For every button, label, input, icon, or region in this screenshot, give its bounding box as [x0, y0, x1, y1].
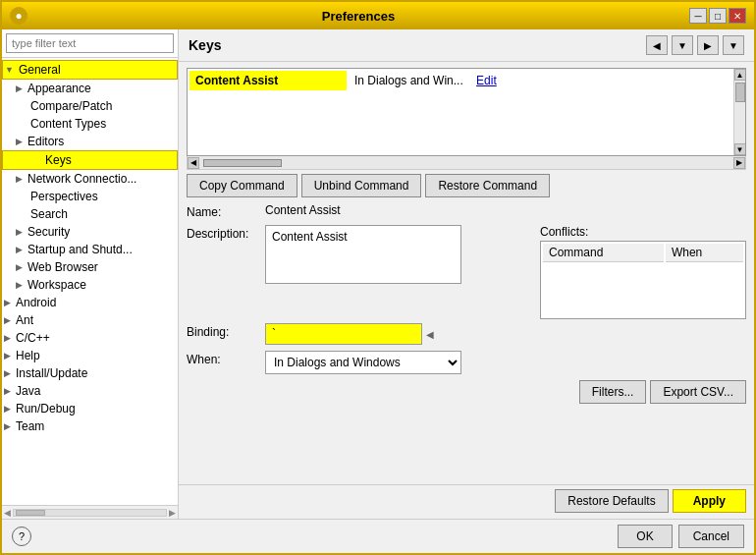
binding-input[interactable] [265, 323, 422, 345]
filter-export-row: Filters... Export CSV... [187, 380, 746, 404]
conflicts-container: Conflicts: Command When [540, 225, 746, 319]
when-cell: In Dialogs and Win... Edit [349, 71, 731, 90]
tree-item-ant[interactable]: ▶Ant [2, 311, 178, 329]
tree-item-label: Content Types [30, 117, 106, 131]
window-title: Preferences [27, 9, 689, 24]
binding-cell: Content Assist [189, 71, 347, 90]
description-label: Description: [187, 225, 265, 241]
search-input[interactable] [6, 33, 174, 53]
tree-item-java[interactable]: ▶Java [2, 382, 178, 400]
tree-item-general[interactable]: ▼General [2, 60, 178, 80]
minimize-button[interactable]: ─ [689, 8, 707, 24]
tree-item-label: Web Browser [27, 260, 98, 274]
expand-icon: ▶ [4, 298, 11, 307]
when-label: When: [187, 351, 265, 366]
nav-forward-button[interactable]: ▶ [697, 35, 719, 55]
expand-icon: ▶ [16, 245, 23, 254]
tree-item-label: Perspectives [30, 190, 98, 203]
tree-item-keys[interactable]: Keys [2, 150, 178, 170]
table-row[interactable]: Content Assist In Dialogs and Win... Edi… [189, 71, 731, 90]
when-row: When: In Dialogs and WindowsIn WindowsIn… [187, 351, 746, 374]
tree-item-web-browser[interactable]: ▶Web Browser [2, 258, 178, 276]
tree-item-label: Search [30, 207, 68, 221]
tree-item-startup-and-shutd---[interactable]: ▶Startup and Shutd... [2, 241, 178, 258]
command-col-header: Command [543, 244, 664, 262]
dialog-footer: ? OK Cancel [2, 519, 754, 553]
tree-item-content-types[interactable]: Content Types [2, 115, 178, 133]
tree-item-workspace[interactable]: ▶Workspace [2, 276, 178, 294]
help-button[interactable]: ? [12, 527, 31, 546]
expand-icon: ▶ [16, 227, 23, 237]
tree-item-c-c--[interactable]: ▶C/C++ [2, 329, 178, 347]
scroll-thumb[interactable] [735, 83, 745, 102]
tree-item-perspectives[interactable]: Perspectives [2, 188, 178, 205]
tree-item-run-debug[interactable]: ▶Run/Debug [2, 400, 178, 417]
scroll-down-button[interactable]: ▼ [734, 143, 746, 155]
tree-item-label: General [19, 63, 61, 77]
restore-defaults-button[interactable]: Restore Defaults [555, 489, 668, 513]
window-controls: ─ □ ✕ [689, 8, 746, 24]
name-value: Content Assist [265, 203, 746, 217]
tree-item-label: Editors [27, 135, 64, 148]
keys-table-inner: Content Assist In Dialogs and Win... Edi… [188, 69, 733, 155]
filters-button[interactable]: Filters... [579, 380, 647, 404]
ok-button[interactable]: OK [618, 525, 672, 548]
keys-table-container: Content Assist In Dialogs and Win... Edi… [187, 68, 746, 156]
nav-dropdown-button[interactable]: ▼ [672, 35, 693, 55]
copy-command-button[interactable]: Copy Command [187, 174, 297, 197]
tree-item-label: Run/Debug [16, 402, 76, 416]
tree-item-label: Network Connectio... [27, 172, 136, 186]
tree-item-help[interactable]: ▶Help [2, 347, 178, 364]
tree-item-android[interactable]: ▶Android [2, 294, 178, 311]
apply-button[interactable]: Apply [673, 489, 746, 513]
expand-icon: ▶ [4, 404, 11, 414]
scroll-left-button[interactable]: ◀ [188, 157, 199, 169]
tree-item-label: Ant [16, 313, 33, 327]
scroll-up-button[interactable]: ▲ [734, 69, 746, 81]
expand-icon: ▼ [5, 65, 14, 75]
table-vertical-scrollbar[interactable]: ▲ ▼ [733, 69, 745, 155]
main-content: ▼General▶AppearanceCompare/PatchContent … [2, 29, 754, 519]
tree-item-editors[interactable]: ▶Editors [2, 133, 178, 150]
unbind-command-button[interactable]: Unbind Command [301, 174, 422, 197]
tree-item-label: Keys [45, 153, 72, 167]
export-csv-button[interactable]: Export CSV... [650, 380, 746, 404]
horizontal-scrollbar[interactable]: ◀ ▶ [187, 156, 746, 170]
tree-item-label: Appearance [27, 82, 91, 95]
tree-item-label: Startup and Shutd... [27, 243, 133, 256]
desc-container: Description: Content Assist [187, 225, 532, 319]
expand-icon: ▶ [16, 83, 23, 93]
tree-item-search[interactable]: Search [2, 205, 178, 223]
tree-item-label: Security [27, 225, 70, 239]
preferences-window: ● Preferences ─ □ ✕ ▼General▶AppearanceC… [0, 0, 756, 555]
ok-cancel-buttons: OK Cancel [618, 525, 744, 548]
tree-item-security[interactable]: ▶Security [2, 223, 178, 241]
close-button[interactable]: ✕ [729, 8, 746, 24]
expand-icon: ▶ [16, 174, 23, 184]
command-buttons-row: Copy Command Unbind Command Restore Comm… [179, 170, 754, 201]
tree-item-appearance[interactable]: ▶Appearance [2, 80, 178, 97]
binding-row: Binding: ◀ [187, 323, 746, 345]
restore-command-button[interactable]: Restore Command [425, 174, 550, 197]
tree-item-label: Android [16, 296, 56, 309]
sidebar-scrollbar[interactable]: ◀ ▶ [2, 505, 178, 519]
h-scroll-thumb[interactable] [203, 159, 282, 167]
tree-item-label: Install/Update [16, 366, 87, 380]
when-select[interactable]: In Dialogs and WindowsIn WindowsIn Dialo… [265, 351, 461, 374]
description-field[interactable]: Content Assist [265, 225, 461, 284]
tree-item-network-connectio---[interactable]: ▶Network Connectio... [2, 170, 178, 188]
restore-button[interactable]: □ [709, 8, 727, 24]
cancel-button[interactable]: Cancel [678, 525, 744, 548]
tree-item-install-update[interactable]: ▶Install/Update [2, 364, 178, 382]
expand-icon: ▶ [4, 368, 11, 378]
scroll-right-button[interactable]: ▶ [733, 157, 745, 169]
tree-item-label: C/C++ [16, 331, 50, 345]
binding-arrow-icon: ◀ [426, 329, 434, 340]
nav-back-button[interactable]: ◀ [646, 35, 668, 55]
binding-label: Binding: [187, 323, 265, 339]
tree-item-team[interactable]: ▶Team [2, 417, 178, 435]
name-label: Name: [187, 203, 265, 219]
nav-forward-dropdown-button[interactable]: ▼ [723, 35, 744, 55]
tree-item-compare-patch[interactable]: Compare/Patch [2, 97, 178, 115]
tree-item-label: Team [16, 419, 44, 433]
